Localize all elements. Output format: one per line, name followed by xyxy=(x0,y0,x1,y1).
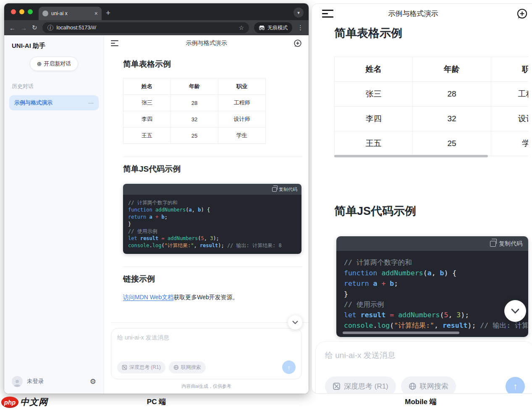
mobile-demo-table: 姓名年龄职业张三28工程师李四32设计师王五25学生 xyxy=(334,57,528,156)
mobile-new-chat-icon[interactable] xyxy=(516,8,528,19)
mobile-scroll-to-bottom-button[interactable] xyxy=(504,300,526,322)
new-conversation-label: 开启新对话 xyxy=(44,60,71,68)
code-line: console.log("计算结果:", result); // 输出: 计算结… xyxy=(128,242,296,249)
screenshot-canvas: uni-ai x × + ▾ ← → ↻ i localhost:5173/#/… xyxy=(0,0,532,410)
browser-tab-bar: uni-ai x × + ▾ xyxy=(4,3,309,20)
login-status[interactable]: 未登录 xyxy=(27,378,44,385)
copy-icon xyxy=(490,241,496,247)
maximize-window-button[interactable] xyxy=(28,9,33,14)
section-divider xyxy=(123,157,302,157)
table-cell: 学生 xyxy=(218,128,266,144)
browser-tab[interactable]: uni-ai x × xyxy=(39,7,102,20)
globe-icon xyxy=(173,365,179,370)
incognito-icon xyxy=(259,25,265,30)
code-line: let result = addNumbers(5, 3); xyxy=(128,235,296,242)
code-line: console.log("计算结果:", result); // 输出: 计算结… xyxy=(344,320,521,331)
app-title: UNI-AI 助手 xyxy=(9,42,99,50)
mobile-chat-header: 示例与格式演示 xyxy=(312,4,532,23)
send-arrow-icon: ↑ xyxy=(287,364,291,371)
table-cell: 工程师 xyxy=(218,95,266,111)
back-icon[interactable]: ← xyxy=(9,24,16,31)
link-paragraph: 访问MDN Web文档获取更多Web开发资源。 xyxy=(123,294,302,301)
tab-close-icon[interactable]: × xyxy=(94,10,98,16)
url-text: localhost:5173/#/ xyxy=(57,25,97,31)
mobile-code-block: 复制代码 // 计算两个数字的和function addNumbers(a, b… xyxy=(336,236,528,337)
send-arrow-icon: ↑ xyxy=(513,381,518,392)
code-line: function addNumbers(a, b) { xyxy=(344,268,521,278)
code-section-heading: 简单JS代码示例 xyxy=(123,164,302,175)
address-bar[interactable]: i localhost:5173/#/ ☆ xyxy=(42,22,249,33)
mobile-deep-think-toggle[interactable]: 深度思考 (R1) xyxy=(325,376,396,394)
gear-icon[interactable]: ⚙ xyxy=(90,377,96,386)
php-logo-badge: php xyxy=(1,397,18,408)
message-input[interactable] xyxy=(117,334,296,350)
deep-think-toggle[interactable]: 深度思考 (R1) xyxy=(117,361,165,373)
code-content: // 计算两个数字的和function addNumbers(a, b) {re… xyxy=(123,195,301,254)
table-cell: 王五 xyxy=(335,131,413,156)
code-line: let result = addNumbers(5, 3); xyxy=(344,310,521,320)
table-cell: 李四 xyxy=(335,107,413,131)
web-search-toggle[interactable]: 联网搜索 xyxy=(169,361,206,373)
reload-icon[interactable]: ↻ xyxy=(32,24,37,31)
mobile-copy-code-button[interactable]: 复制代码 xyxy=(499,240,522,248)
web-search-label: 联网搜索 xyxy=(181,364,201,371)
code-line: // 使用示例 xyxy=(128,228,296,235)
mobile-message-input-card: 深度思考 (R1) 联网搜索 ↑ xyxy=(315,341,532,394)
new-chat-icon[interactable] xyxy=(294,39,302,47)
mobile-message-input[interactable] xyxy=(325,350,525,368)
table-cell: 王五 xyxy=(123,128,171,144)
code-line: // 计算两个数字的和 xyxy=(128,199,296,206)
mobile-input-actions-row: 深度思考 (R1) 联网搜索 ↑ xyxy=(325,376,525,394)
mobile-table-scroll-area[interactable]: 姓名年龄职业张三28工程师李四32设计师王五25学生 xyxy=(334,57,528,157)
table-cell: 李四 xyxy=(123,111,171,128)
code-line: function addNumbers(a, b) { xyxy=(128,206,296,214)
php-logo-text: 中文网 xyxy=(20,396,48,408)
table-row: 张三28工程师 xyxy=(123,95,266,111)
table-cell: 设计师 xyxy=(491,107,528,131)
mobile-send-button[interactable]: ↑ xyxy=(506,377,525,394)
new-conversation-button[interactable]: ⊕ 开启新对话 xyxy=(30,57,79,71)
chat-header: 示例与格式演示 xyxy=(104,35,309,51)
forward-icon[interactable]: → xyxy=(21,24,27,31)
mobile-screenshot-panel: 示例与格式演示 简单表格示例 姓名年龄职业张三28工程师李四32设计师王五25学… xyxy=(312,3,532,394)
table-cell: 32 xyxy=(413,107,491,131)
deep-think-icon xyxy=(333,382,341,390)
mobile-table-section-heading: 简单表格示例 xyxy=(334,26,532,41)
avatar[interactable] xyxy=(12,376,23,387)
pc-browser-window: uni-ai x × + ▾ ← → ↻ i localhost:5173/#/… xyxy=(4,3,309,394)
new-tab-button[interactable]: + xyxy=(106,8,110,18)
table-header-cell: 年龄 xyxy=(413,57,491,82)
table-row: 李四32设计师 xyxy=(123,111,266,128)
scroll-to-bottom-button[interactable] xyxy=(288,315,303,330)
table-cell: 张三 xyxy=(123,95,171,111)
mobile-web-search-toggle[interactable]: 联网搜索 xyxy=(401,376,456,394)
site-info-icon[interactable]: i xyxy=(47,25,53,31)
table-header-cell: 姓名 xyxy=(123,78,171,95)
sidebar-item-conversation[interactable]: 示例与格式演示 ⋯ xyxy=(9,95,99,110)
ai-disclaimer: 内容由ai生成，仅供参考 xyxy=(104,379,309,394)
input-actions-row: 深度思考 (R1) 联网搜索 ↑ xyxy=(117,360,296,374)
chat-title: 示例与格式演示 xyxy=(104,39,309,47)
table-cell: 工程师 xyxy=(491,82,528,107)
bookmark-star-icon[interactable]: ☆ xyxy=(238,24,244,31)
tab-favicon-icon xyxy=(42,10,48,16)
mdn-link[interactable]: 访问MDN Web文档 xyxy=(123,294,173,300)
minimize-window-button[interactable] xyxy=(19,9,24,14)
copy-code-button[interactable]: 复制代码 xyxy=(279,186,297,193)
chevron-down-icon xyxy=(511,308,519,314)
table-cell: 25 xyxy=(413,131,491,156)
tab-search-chevron-icon[interactable]: ▾ xyxy=(294,8,304,18)
code-line: } xyxy=(128,221,296,228)
mobile-code-scrollbar[interactable] xyxy=(343,332,459,334)
browser-toolbar: ← → ↻ i localhost:5173/#/ ☆ 无痕模式 ⋮ xyxy=(4,20,309,35)
mobile-table-scrollbar[interactable] xyxy=(334,155,488,157)
sidebar: UNI-AI 助手 ⊕ 开启新对话 历史对话 示例与格式演示 ⋯ 未 xyxy=(4,35,104,394)
conversation-more-icon[interactable]: ⋯ xyxy=(88,100,94,106)
send-button[interactable]: ↑ xyxy=(282,360,296,374)
chat-message-content: 简单表格示例 姓名年龄职业张三28工程师李四32设计师王五25学生 简单JS代码… xyxy=(104,51,309,301)
table-cell: 28 xyxy=(413,82,491,107)
pc-app-body: UNI-AI 助手 ⊕ 开启新对话 历史对话 示例与格式演示 ⋯ 未 xyxy=(4,35,309,394)
close-window-button[interactable] xyxy=(11,9,16,14)
browser-menu-icon[interactable]: ⋮ xyxy=(297,24,304,31)
code-line: // 计算两个数字的和 xyxy=(344,257,521,268)
